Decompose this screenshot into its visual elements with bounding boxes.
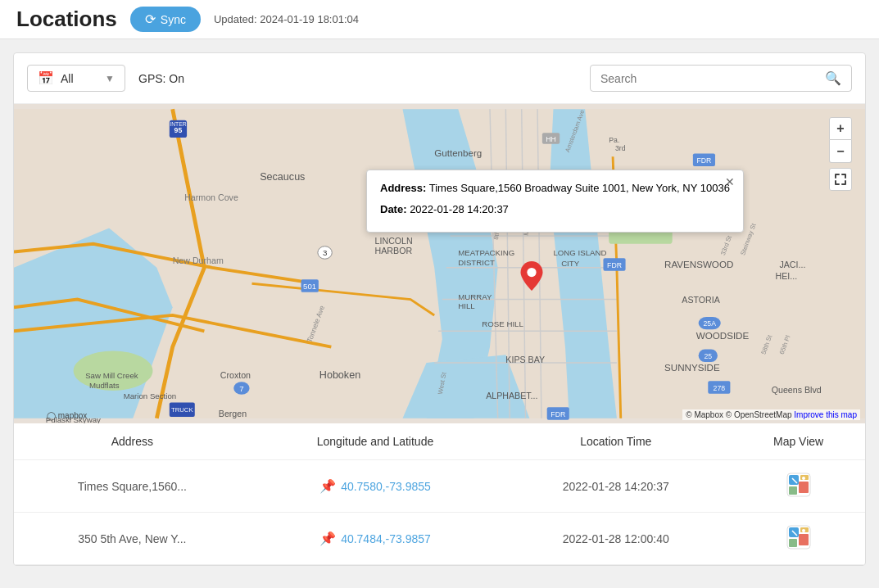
cell-mapview[interactable] — [732, 460, 865, 513]
sync-button[interactable]: ⟳ Sync — [130, 7, 201, 32]
svg-point-83 — [802, 477, 805, 480]
svg-text:LONG ISLAND: LONG ISLAND — [553, 248, 606, 257]
table-header-row: Address Longitude and Latitude Location … — [14, 423, 865, 460]
svg-text:3: 3 — [323, 248, 327, 257]
cell-latlng: 📌 40.7580,-73.9855 — [251, 460, 501, 513]
filter-dropdown[interactable]: 📅 All ▼ — [27, 65, 125, 92]
page-title: Locations — [16, 7, 117, 32]
col-header-latlng: Longitude and Latitude — [251, 423, 501, 460]
svg-text:3rd: 3rd — [615, 144, 626, 152]
svg-text:501: 501 — [303, 282, 316, 291]
cell-time: 2022-01-28 14:20:37 — [500, 460, 732, 513]
table-row: Times Square,1560... 📌 40.7580,-73.9855 … — [14, 460, 865, 513]
map-view-icon[interactable] — [786, 472, 812, 498]
toolbar: 📅 All ▼ GPS: On 🔍 — [14, 53, 865, 104]
svg-text:DISTRICT: DISTRICT — [458, 258, 495, 267]
svg-rect-81 — [789, 486, 797, 495]
svg-text:CITY: CITY — [561, 259, 580, 268]
popup-close-button[interactable]: ✕ — [725, 175, 735, 188]
svg-text:Bergen: Bergen — [219, 409, 247, 418]
map-controls: + − — [829, 117, 852, 191]
popup-address-row: Address: Times Square,1560 Broadway Suit… — [380, 180, 730, 197]
improve-map-link[interactable]: Improve this map — [794, 410, 857, 419]
cell-address: Times Square,1560... — [14, 460, 251, 513]
sync-icon: ⟳ — [145, 11, 156, 27]
map-background: Secaucus West New York Guttenberg Manhat… — [14, 104, 865, 423]
svg-text:FDR: FDR — [607, 261, 622, 269]
table-row: 350 5th Ave, New Y... 📌 40.7484,-73.9857… — [14, 513, 865, 565]
main-container: 📅 All ▼ GPS: On 🔍 — [13, 52, 866, 566]
svg-point-89 — [802, 529, 805, 532]
svg-text:ROSE HILL: ROSE HILL — [482, 319, 523, 328]
search-input[interactable] — [600, 72, 818, 85]
svg-text:FDR: FDR — [696, 156, 711, 165]
popup-date-row: Date: 2022-01-28 14:20:37 — [380, 201, 730, 218]
sync-label: Sync — [161, 13, 186, 26]
map-popup: ✕ Address: Times Square,1560 Broadway Su… — [366, 170, 744, 233]
svg-text:HARBOR: HARBOR — [375, 246, 413, 256]
svg-point-77 — [527, 268, 536, 277]
svg-text:Queens Blvd: Queens Blvd — [772, 385, 822, 395]
cell-address: 350 5th Ave, New Y... — [14, 513, 251, 565]
svg-text:278: 278 — [714, 384, 726, 392]
svg-text:KIPS BAY: KIPS BAY — [505, 355, 545, 364]
location-pin-icon: 📌 — [319, 478, 336, 494]
page-header: Locations ⟳ Sync Updated: 2024-01-19 18:… — [0, 0, 879, 39]
map-view-icon[interactable] — [786, 524, 812, 550]
svg-text:Pa.: Pa. — [609, 136, 619, 144]
map-pin[interactable] — [520, 261, 543, 293]
col-header-mapview: Map View — [732, 423, 865, 460]
zoom-in-button[interactable]: + — [829, 117, 852, 140]
svg-text:Croxton: Croxton — [220, 370, 251, 380]
attribution-text: © Mapbox © OpenStreetMap — [686, 410, 791, 419]
svg-text:Mudflats: Mudflats — [89, 381, 120, 390]
search-wrapper: 🔍 — [590, 65, 852, 92]
chevron-down-icon: ▼ — [105, 73, 115, 84]
mapbox-logo: ◯ mapbox — [47, 411, 87, 420]
locations-table: Address Longitude and Latitude Location … — [14, 423, 865, 565]
svg-text:JACI...: JACI... — [779, 260, 805, 269]
svg-text:HILL: HILL — [458, 301, 475, 310]
map-attribution: © Mapbox © OpenStreetMap Improve this ma… — [682, 409, 860, 420]
search-icon: 🔍 — [825, 70, 841, 86]
svg-text:TRUCK: TRUCK — [171, 406, 193, 414]
svg-text:ALPHABET...: ALPHABET... — [486, 391, 537, 400]
gps-status: GPS: On — [138, 72, 184, 85]
svg-text:Secaucus: Secaucus — [260, 171, 305, 183]
latlng-value: 40.7484,-73.9857 — [341, 532, 431, 545]
filter-label: All — [61, 72, 74, 85]
updated-text: Updated: 2024-01-19 18:01:04 — [214, 13, 359, 25]
svg-rect-82 — [799, 482, 809, 493]
popup-date-label: Date: — [380, 203, 407, 215]
cell-mapview[interactable] — [732, 513, 865, 565]
expand-map-button[interactable] — [829, 168, 852, 191]
svg-text:95: 95 — [174, 126, 183, 134]
svg-text:HH: HH — [546, 135, 556, 143]
map-container: Secaucus West New York Guttenberg Manhat… — [14, 104, 865, 423]
svg-text:SUNNYSIDE: SUNNYSIDE — [664, 362, 720, 373]
svg-text:WOODSIDE: WOODSIDE — [696, 330, 750, 341]
svg-text:HEI...: HEI... — [776, 271, 798, 281]
svg-text:RAVENSWOOD: RAVENSWOOD — [664, 259, 733, 269]
svg-text:7: 7 — [239, 384, 243, 393]
svg-text:Harmon Cove: Harmon Cove — [184, 192, 238, 202]
svg-rect-88 — [799, 534, 809, 545]
cell-latlng: 📌 40.7484,-73.9857 — [251, 513, 501, 565]
svg-text:Marion Section: Marion Section — [124, 391, 177, 400]
svg-text:25: 25 — [704, 352, 712, 360]
svg-text:New Durham: New Durham — [173, 256, 224, 265]
location-pin-icon: 📌 — [319, 531, 336, 546]
svg-text:Saw Mill Creek: Saw Mill Creek — [85, 371, 138, 380]
zoom-out-button[interactable]: − — [829, 140, 852, 163]
svg-text:25A: 25A — [703, 319, 716, 328]
popup-address-value: Times Square,1560 Broadway Suite 1001, N… — [429, 182, 730, 194]
calendar-icon: 📅 — [38, 70, 54, 86]
svg-text:LINCOLN: LINCOLN — [375, 236, 413, 246]
svg-text:MURRAY: MURRAY — [458, 292, 492, 301]
col-header-time: Location Time — [500, 423, 732, 460]
svg-text:MEATPACKING: MEATPACKING — [458, 248, 514, 257]
latlng-value: 40.7580,-73.9855 — [341, 480, 431, 493]
popup-address-label: Address: — [380, 182, 426, 194]
popup-date-value: 2022-01-28 14:20:37 — [410, 203, 509, 215]
svg-rect-87 — [789, 539, 797, 547]
